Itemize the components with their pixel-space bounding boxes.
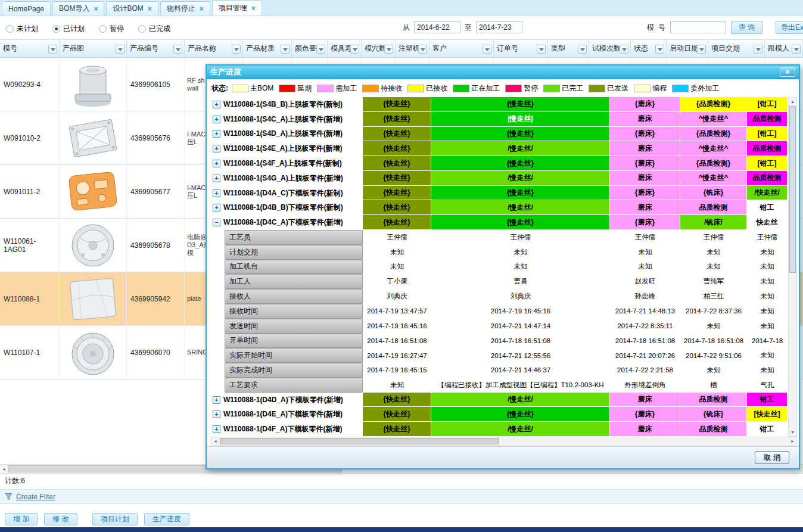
process-cell[interactable]: 品质检测 — [747, 112, 788, 127]
process-row[interactable]: +W110088-1(D4D_A)下模板零件(新增){快走丝}/慢走丝/磨床品质… — [211, 393, 788, 407]
radio-paused[interactable]: 暂停 — [99, 24, 124, 34]
process-row[interactable]: +W110088-1(D4B_B)下模板零件(新制){快走丝}/慢走丝/磨床品质… — [211, 200, 788, 215]
expand-icon[interactable]: + — [213, 116, 220, 123]
tab-homepage[interactable]: HomePage — [2, 1, 51, 15]
process-cell[interactable]: {快走丝} — [363, 171, 431, 186]
process-cell[interactable]: 磨床 — [610, 200, 680, 215]
search-button[interactable]: 查 询 — [731, 21, 762, 34]
from-date-input[interactable] — [414, 21, 460, 33]
filter-icon[interactable] — [116, 45, 125, 54]
column-header-11[interactable]: 类型 — [548, 40, 589, 57]
process-cell[interactable]: {慢走丝} — [431, 407, 610, 422]
close-icon[interactable]: × — [780, 67, 795, 77]
column-header-14[interactable]: 启动日期 — [667, 40, 708, 57]
tree-vertical-scrollbar[interactable] — [788, 97, 797, 437]
filter-icon[interactable] — [697, 45, 706, 54]
radio-finished[interactable]: 已完成 — [138, 24, 170, 34]
tab-close-icon[interactable]: × — [148, 5, 152, 13]
filter-icon[interactable] — [792, 45, 801, 54]
create-filter-link[interactable]: Create Filter — [16, 493, 55, 501]
scroll-right-icon[interactable] — [789, 437, 796, 445]
process-cell[interactable]: {品质检测} — [680, 97, 747, 112]
process-cell[interactable]: 品质检测 — [747, 171, 788, 186]
filter-icon[interactable] — [483, 45, 491, 54]
toolbar-button-modify[interactable]: 修 改 — [44, 513, 77, 525]
tab-bom-import[interactable]: BOM导入× — [52, 1, 104, 15]
process-cell[interactable]: [钳工] — [747, 156, 788, 171]
process-cell[interactable]: {快走丝} — [363, 156, 431, 171]
process-cell[interactable]: {磨床} — [610, 97, 680, 112]
column-header-7[interactable]: 模穴数 — [362, 40, 396, 57]
process-row[interactable]: −W110088-1(D4C_A)下模板零件(新增){快走丝}{慢走丝}{磨床}… — [211, 215, 788, 230]
process-cell[interactable]: {快走丝} — [363, 422, 431, 437]
process-cell[interactable]: {磨床} — [610, 407, 680, 422]
scroll-down-icon[interactable] — [789, 428, 796, 436]
process-cell[interactable]: {慢走丝} — [431, 127, 610, 142]
scroll-up-icon[interactable] — [789, 98, 796, 105]
process-cell[interactable]: {品质检测} — [680, 156, 747, 171]
collapse-icon[interactable]: − — [213, 219, 220, 226]
expand-icon[interactable]: + — [213, 189, 220, 197]
radio-planned[interactable]: 已计划 — [52, 24, 85, 34]
process-cell[interactable]: 钳工 — [747, 422, 788, 437]
tab-close-icon[interactable]: × — [94, 5, 98, 13]
process-cell[interactable]: |慢走丝| — [431, 112, 610, 127]
filter-icon[interactable] — [754, 45, 762, 54]
process-cell[interactable]: /慢走丝/ — [431, 141, 610, 156]
process-cell[interactable]: 品质检测 — [680, 200, 747, 215]
process-row[interactable]: +W110088-1(D4F_A)下模板零件(新增){快走丝}/慢走丝/磨床品质… — [211, 422, 788, 437]
process-cell[interactable]: 品质检测 — [680, 393, 747, 407]
process-cell[interactable]: /慢走丝/ — [431, 393, 610, 407]
process-cell[interactable]: ^慢走丝^ — [680, 171, 747, 186]
filter-icon[interactable] — [418, 45, 427, 54]
tab-material-stop[interactable]: 物料停止× — [160, 1, 210, 15]
process-cell[interactable]: [钳工] — [747, 127, 788, 142]
expand-icon[interactable]: + — [213, 175, 220, 182]
process-cell[interactable]: 磨床 — [610, 422, 680, 437]
process-cell[interactable]: ^慢走丝^ — [680, 112, 747, 127]
tree-horizontal-scrollbar[interactable] — [211, 437, 797, 446]
process-cell[interactable]: 钳工 — [747, 393, 788, 407]
process-cell[interactable]: 钳工 — [747, 200, 788, 215]
expand-icon[interactable]: + — [213, 145, 220, 153]
process-cell[interactable]: [快走丝] — [747, 407, 788, 422]
mold-no-input[interactable] — [670, 21, 726, 33]
process-cell[interactable]: {品质检测} — [680, 127, 747, 142]
process-cell[interactable]: {快走丝} — [363, 127, 431, 142]
export-excel-button[interactable]: 导出Exce — [776, 21, 803, 34]
process-cell[interactable]: {铣床} — [680, 186, 747, 201]
process-row[interactable]: +W110088-1(S4B_B)上脱板零件(新制){快走丝}{慢走丝}{磨床}… — [211, 97, 788, 112]
toolbar-button-add[interactable]: 增 加 — [5, 513, 38, 525]
column-header-15[interactable]: 项目交期 — [708, 40, 765, 57]
filter-icon[interactable] — [232, 45, 241, 54]
filter-icon[interactable] — [48, 45, 57, 54]
process-cell[interactable]: {快走丝} — [363, 112, 431, 127]
process-cell[interactable]: 品质检测 — [680, 422, 747, 437]
scrollbar-thumb[interactable] — [220, 438, 499, 444]
process-cell[interactable]: 磨床 — [610, 112, 680, 127]
column-header-8[interactable]: 注塑机 — [396, 40, 429, 57]
filter-icon[interactable] — [281, 45, 290, 54]
process-cell[interactable]: {慢走丝} — [431, 186, 610, 201]
column-header-12[interactable]: 试模次数 — [589, 40, 631, 57]
column-header-2[interactable]: 产品编号 — [127, 40, 185, 57]
column-header-1[interactable]: 产品图 — [60, 40, 127, 57]
toolbar-button-project-plan[interactable]: 项目计划 — [92, 513, 138, 525]
process-cell[interactable]: {磨床} — [610, 215, 680, 230]
process-cell[interactable]: {慢走丝} — [431, 156, 610, 171]
filter-icon[interactable] — [384, 45, 393, 54]
process-cell[interactable]: /铣床/ — [680, 215, 747, 230]
column-header-13[interactable]: 状态 — [631, 40, 667, 57]
expand-icon[interactable]: + — [213, 204, 220, 211]
expand-icon[interactable]: + — [213, 396, 220, 404]
process-row[interactable]: +W110088-1(S4D_A)上脱板零件(新增){快走丝}{慢走丝}{磨床}… — [211, 127, 788, 142]
filter-icon[interactable] — [173, 45, 182, 54]
process-cell[interactable]: /慢走丝/ — [431, 171, 610, 186]
process-cell[interactable]: {慢走丝} — [431, 97, 610, 112]
filter-icon[interactable] — [316, 45, 325, 54]
column-header-10[interactable]: 订单号 — [494, 40, 548, 57]
process-cell[interactable]: [钳工] — [747, 97, 788, 112]
process-cell[interactable]: {铣床} — [680, 407, 747, 422]
process-cell[interactable]: 磨床 — [610, 171, 680, 186]
process-cell[interactable]: /快走丝/ — [747, 186, 788, 201]
